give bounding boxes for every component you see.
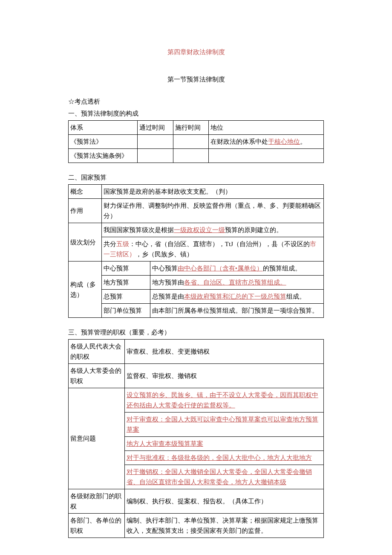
cell-concept-label: 概念 [69,185,102,199]
document-page: 第四章财政法律制度 第一节预算法律制度 ☆考点透析 一、预算法律制度的构成 体系… [0,0,392,555]
keypoints-heading: ☆考点透析 [68,96,324,107]
cell-composition-label: 构成（多选） [69,262,102,318]
cell-dept-unit-value: 编制、执行本部门、本单位预算、决算草案；根据国家规定上缴预算收入，支配预算支出；… [124,514,323,538]
text-segment-emphasis: 各省、自治区、直辖市总预算组成。 [184,279,286,286]
text-segment: 。 [300,138,306,145]
text-segment: 组成。 [286,293,306,300]
cell-status-core: 在财政法的体系中处于核心地位。 [209,135,324,149]
table-row: 《预算法》 在财政法的体系中处于核心地位。 [69,135,324,149]
cell-dept-budget-label: 部门单位预算 [101,304,150,318]
table-row: 《预算法实施条例》 [69,149,324,163]
cell-notes-label: 留意问题 [69,388,125,489]
table-row: 概念 国家预算是政府的基本财政收支支配。（判） [69,185,324,199]
cell-standing-committee-value: 监督权、审批权、撤销权 [124,364,323,388]
text-segment: 预算的原则建立的。 [225,227,282,233]
table-row: 各部门、各单位的职权 编制、执行本部门、本单位预算、决算草案；根据国家规定上缴预… [69,514,324,538]
cell-function-label: 作用 [69,199,102,223]
text-segment: 中心预算 [152,265,178,272]
table-row: 部门单位预算 由本部门所属各单位预算组成。部门预算是一项综合预算。 [69,304,324,318]
cell-note-1: 设立预算的乡、民族乡、镇，由于不设立人大常委会，因而其职权中还包括由人大常委会行… [124,388,323,413]
cell-central-budget-label: 中心预算 [101,262,150,276]
table-row: 地方预算 地方预算由各省、自治区、直辖市总预算组成。 [69,276,324,290]
col-header-system: 体系 [69,121,138,135]
section-title: 第一节预算法律制度 [68,74,324,84]
col-header-effect-time: 施行时间 [173,121,209,135]
text-segment-emphasis: 对于与批准权：各级批各级的，全国人大批中心，地方人大批地方 [127,454,312,461]
cell-peoples-congress-label: 各级人民代表大会的职权 [69,340,125,364]
text-segment: 共分 [104,241,116,247]
table-row: 体系 通过时间 施行时间 地位 [69,121,324,135]
table-row: 级次划分 我国国家预算级次是根据一级政权设立一级预算的原则建立的。 [69,223,324,237]
text-segment-emphasis: 由中心各部门（含有•属单位） [178,265,263,272]
text-segment: 在财政法的体系中处 [210,138,268,145]
table-row: 总预算 总预算是由本级政府预算和汇总的下一级总预算组成。 [69,290,324,304]
table-row: 各级财政部门的职权 编制权、执行权、提案权、报告权。（具体工作） [69,489,324,514]
cell-empty [209,149,324,163]
cell-finance-dept-value: 编制权、执行权、提案权、报告权。（具体工作） [124,489,323,514]
text-segment-emphasis: 对于撤销权：全国人大撤销全国人大常委会，全国人大常委会撤销省、自治区直辖市全国人… [127,468,312,485]
cell-budget-regulation: 《预算法实施条例》 [69,149,138,163]
cell-note-3: 地方人大审查本级预算草案 [124,437,323,451]
cell-dept-unit-label: 各部门、各单位的职权 [69,514,125,538]
cell-local-budget-label: 地方预算 [101,276,150,290]
table-row: 各级人大常委会的职权 监督权、审批权、撤销权 [69,364,324,388]
text-segment: 地方预算由 [152,279,184,286]
col-header-status: 地位 [209,121,324,135]
subheading-1: 一、预算法律制度的构成 [68,108,324,119]
table-row: 各级人民代表大会的职权 审查权、批准权、变更撤销权 [69,340,324,364]
cell-total-budget-label: 总预算 [101,290,150,304]
cell-empty [137,135,173,149]
chapter-title: 第四章财政法律制度 [68,47,324,57]
text-segment-emphasis: 一级政权设立一级 [174,227,225,233]
table-row: 作用 财力保证作用、调整制约作用、反映监督作用（重点，单、多、判要能精确区分） [69,199,324,223]
cell-concept-value: 国家预算是政府的基本财政收支支配。（判） [101,185,323,199]
text-segment-emphasis: 对于审查权：全国人大既可以审查中心预算草案也可以审查地方预算草案 [127,416,318,433]
cell-function-value: 财力保证作用、调整制约作用、反映监督作用（重点，单、多、判要能精确区分） [101,199,323,223]
table-row: 留意问题 设立预算的乡、民族乡、镇，由于不设立人大常委会，因而其职权中还包括由人… [69,388,324,413]
text-segment: ，乡（民族乡、镇） [135,251,193,258]
cell-empty [173,149,209,163]
cell-total-budget-value: 总预算是由本级政府预算和汇总的下一级总预算组成。 [150,290,323,304]
col-header-pass-time: 通过时间 [137,121,173,135]
text-segment-emphasis: 设立预算的乡、民族乡、镇，由于不设立人大常委会，因而其职权中还包括由人大常委会行… [127,392,318,409]
cell-budget-law: 《预算法》 [69,135,138,149]
text-segment: 的预算组成。 [263,265,301,272]
table-row: 共分五级：中心，省（自治区、直辖市），TtJ（自治州），县（不设区的市一三辖区）… [69,237,324,262]
table-row: 构成（多选） 中心预算 中心预算由中心各部门（含有•属单位）的预算组成。 [69,262,324,276]
cell-note-5: 对于撤销权：全国人大撤销全国人大常委会，全国人大常委会撤销省、自治区直辖市全国人… [124,465,323,489]
text-segment: 我国国家预算级次是根据 [104,227,174,233]
text-segment-emphasis: 五级 [116,241,129,247]
cell-level-principle: 我国国家预算级次是根据一级政权设立一级预算的原则建立的。 [101,223,323,237]
text-segment: 总预算是由 [152,293,184,300]
text-segment-emphasis: 本级政府预算和汇总的下一级总预算 [184,293,286,300]
cell-empty [137,149,173,163]
table-budget-authority: 各级人民代表大会的职权 审查权、批准权、变更撤销权 各级人大常委会的职权 监督权… [68,339,324,538]
table-national-budget: 概念 国家预算是政府的基本财政收支支配。（判） 作用 财力保证作用、调整制约作用… [68,184,324,318]
cell-standing-committee-label: 各级人大常委会的职权 [69,364,125,388]
cell-peoples-congress-value: 审查权、批准权、变更撤销权 [124,340,323,364]
cell-note-2: 对于审查权：全国人大既可以审查中心预算草案也可以审查地方预算草案 [124,413,323,437]
cell-local-budget-value: 地方预算由各省、自治区、直辖市总预算组成。 [150,276,323,290]
cell-note-4: 对于与批准权：各级批各级的，全国人大批中心，地方人大批地方 [124,451,323,465]
cell-empty [173,135,209,149]
cell-central-budget-value: 中心预算由中心各部门（含有•属单位）的预算组成。 [150,262,323,276]
subheading-2: 二、国家预算 [68,172,324,183]
cell-level-label: 级次划分 [69,223,102,262]
text-segment: ：中心，省（自治区、直辖市），TtJ（自治州），县（不设区的 [129,241,310,247]
text-segment-emphasis: 于核心地位 [268,138,300,145]
cell-dept-budget-value: 由本部门所属各单位预算组成。部门预算是一项综合预算。 [150,304,323,318]
cell-level-five: 共分五级：中心，省（自治区、直辖市），TtJ（自治州），县（不设区的市一三辖区）… [101,237,323,262]
text-segment-emphasis: 地方人大审查本级预算草案 [127,440,203,447]
subheading-3: 三、预算管理的职权（重要，必考） [68,327,324,337]
cell-finance-dept-label: 各级财政部门的职权 [69,489,125,514]
table-budget-law-system: 体系 通过时间 施行时间 地位 《预算法》 在财政法的体系中处于核心地位。 《预… [68,120,324,163]
